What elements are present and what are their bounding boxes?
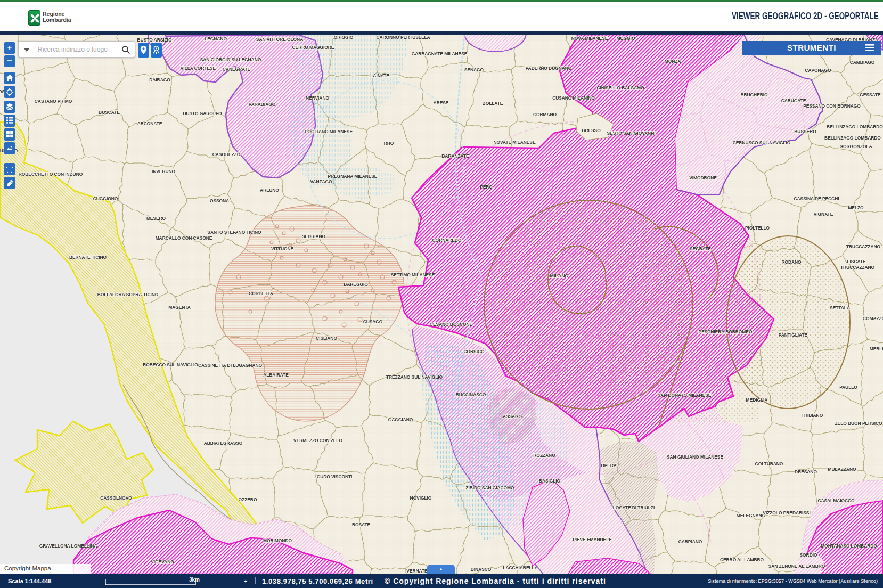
svg-text:VERMEZZO CON ZELO: VERMEZZO CON ZELO xyxy=(293,438,342,443)
svg-text:CARONNO PERTUSELLA: CARONNO PERTUSELLA xyxy=(376,35,430,40)
svg-text:MUGGIO: MUGGIO xyxy=(617,36,635,41)
svg-text:MELEGNANO: MELEGNANO xyxy=(737,513,766,518)
svg-text:SEGRATE: SEGRATE xyxy=(690,246,711,251)
svg-text:NOVA MILANESE: NOVA MILANESE xyxy=(571,36,608,41)
svg-text:PESSANO CON BORNAGO: PESSANO CON BORNAGO xyxy=(803,103,861,109)
svg-text:BELLINZAGO LOMBARDO: BELLINZAGO LOMBARDO xyxy=(824,135,881,141)
svg-text:GAGGIANO: GAGGIANO xyxy=(388,417,413,422)
svg-text:VITTUONE: VITTUONE xyxy=(271,246,294,251)
svg-text:PAULLO: PAULLO xyxy=(839,385,857,390)
svg-text:VERNATE: VERNATE xyxy=(406,568,428,574)
svg-text:TRIBIANO: TRIBIANO xyxy=(802,413,823,418)
svg-text:MONTANASO LOMBARDO: MONTANASO LOMBARDO xyxy=(821,543,877,549)
svg-text:ROSATE: ROSATE xyxy=(352,522,371,527)
svg-text:OPERA: OPERA xyxy=(601,463,617,468)
svg-text:CUGGIONO: CUGGIONO xyxy=(93,196,118,201)
svg-text:NOVIGLIO: NOVIGLIO xyxy=(410,495,432,501)
svg-text:PREGNANA MILANESE: PREGNANA MILANESE xyxy=(328,174,378,179)
svg-text:LOCATE DI TRIULZI: LOCATE DI TRIULZI xyxy=(613,505,655,510)
svg-text:SORDIO: SORDIO xyxy=(800,552,817,558)
svg-text:CORBETTA: CORBETTA xyxy=(249,291,273,296)
svg-text:CARPIANO: CARPIANO xyxy=(678,539,702,544)
svg-text:CORSICO: CORSICO xyxy=(464,349,485,354)
svg-text:DRESANO: DRESANO xyxy=(795,469,817,475)
svg-text:VIMODRONE: VIMODRONE xyxy=(689,175,717,181)
svg-text:ARESE: ARESE xyxy=(434,100,449,105)
svg-text:BUSSERO: BUSSERO xyxy=(794,129,816,134)
svg-text:CERNUSCO SUL NAVIGLIO: CERNUSCO SUL NAVIGLIO xyxy=(733,140,791,145)
svg-text:CAPONAGO: CAPONAGO xyxy=(805,68,831,73)
svg-text:ROBECCHETTO CON INDUNO: ROBECCHETTO CON INDUNO xyxy=(19,172,83,177)
svg-text:CASSOLNOVO: CASSOLNOVO xyxy=(100,495,132,501)
svg-text:MARCALLO CON CASONE: MARCALLO CON CASONE xyxy=(156,235,212,241)
svg-text:PANTIGLIATE: PANTIGLIATE xyxy=(779,332,808,338)
svg-text:POGLIANO MILANESE: POGLIANO MILANESE xyxy=(305,129,353,134)
svg-text:NOVATE MILANESE: NOVATE MILANESE xyxy=(494,140,536,145)
svg-text:SEDRIANO: SEDRIANO xyxy=(302,234,326,239)
svg-text:PADERNO DUGNANO: PADERNO DUGNANO xyxy=(526,66,572,71)
svg-text:BAREGGIO: BAREGGIO xyxy=(344,282,368,287)
svg-text:CORMANO: CORMANO xyxy=(533,112,557,117)
svg-text:GORGONZOLA: GORGONZOLA xyxy=(840,144,872,149)
svg-text:ROBECCO SUL NAVIGLIO: ROBECCO SUL NAVIGLIO xyxy=(143,362,198,368)
svg-text:GESSATE: GESSATE xyxy=(860,92,881,97)
svg-text:BUCCINASCO: BUCCINASCO xyxy=(456,392,486,397)
svg-text:TRUCCAZZANO: TRUCCAZZANO xyxy=(846,244,881,249)
svg-text:COMAZZO: COMAZZO xyxy=(863,316,883,321)
svg-text:BINASCO: BINASCO xyxy=(471,567,492,572)
svg-text:VIGNATE: VIGNATE xyxy=(814,211,833,217)
svg-text:PERO: PERO xyxy=(480,184,493,190)
svg-text:CESANO BOSCONE: CESANO BOSCONE xyxy=(430,322,473,327)
svg-text:MESERO: MESERO xyxy=(146,216,166,221)
svg-text:MILANO: MILANO xyxy=(550,273,569,279)
svg-text:ABBIATEGRASSO: ABBIATEGRASSO xyxy=(204,440,243,446)
svg-text:BRUGHERIO: BRUGHERIO xyxy=(740,92,768,97)
svg-text:MEDIGLIA: MEDIGLIA xyxy=(746,397,768,403)
svg-text:CUSANO MILANINO: CUSANO MILANINO xyxy=(552,95,595,101)
svg-text:ZELO BUON PERSICO: ZELO BUON PERSICO xyxy=(835,421,882,426)
svg-text:CASSINETTA DI LUGAGNANO: CASSINETTA DI LUGAGNANO xyxy=(198,363,262,368)
svg-text:SANTO STEFANO TICINO: SANTO STEFANO TICINO xyxy=(207,230,261,235)
svg-text:GARBAGNATE MILANESE: GARBAGNATE MILANESE xyxy=(412,51,468,56)
svg-text:SAN ZENONE AL LAMBRO: SAN ZENONE AL LAMBRO xyxy=(768,564,825,569)
svg-text:CASALMAIOCCO: CASALMAIOCCO xyxy=(817,498,855,503)
svg-text:MONZA: MONZA xyxy=(665,59,681,64)
svg-text:SETTIMO MILANESE: SETTIMO MILANESE xyxy=(391,272,435,277)
svg-text:VIGEVANO: VIGEVANO xyxy=(151,559,174,565)
svg-text:INVERUNO: INVERUNO xyxy=(152,169,176,174)
svg-text:MELZO: MELZO xyxy=(848,205,864,210)
svg-text:3km: 3km xyxy=(189,577,200,583)
svg-text:BUSCATE: BUSCATE xyxy=(99,110,120,115)
svg-text:NERVIANO: NERVIANO xyxy=(306,95,329,101)
svg-text:CAMBIAGO: CAMBIAGO xyxy=(850,60,875,65)
svg-text:BARANZATE: BARANZATE xyxy=(442,153,469,159)
svg-text:ZIBIDO SAN GIACOMO: ZIBIDO SAN GIACOMO xyxy=(465,485,514,491)
svg-text:PIOLTELLO: PIOLTELLO xyxy=(745,225,770,231)
svg-text:PIEVE EMANUELE: PIEVE EMANUELE xyxy=(573,537,612,542)
svg-text:VANZAGO: VANZAGO xyxy=(310,179,332,184)
svg-text:PESCHIERA BORROMEO: PESCHIERA BORROMEO xyxy=(699,329,753,334)
svg-text:BASIGLIO: BASIGLIO xyxy=(539,478,561,484)
svg-text:RHO: RHO xyxy=(384,141,394,146)
svg-text:SAN GIORGIO SU LEGNANO: SAN GIORGIO SU LEGNANO xyxy=(200,57,261,62)
svg-text:MAGENTA: MAGENTA xyxy=(168,305,191,310)
svg-text:SETTALA: SETTALA xyxy=(830,305,850,311)
svg-text:CERRO AL LAMBRO: CERRO AL LAMBRO xyxy=(720,557,764,562)
svg-text:TRUCCAZZANO: TRUCCAZZANO xyxy=(840,265,875,270)
svg-text:BELLINZAGO LOMBARDO: BELLINZAGO LOMBARDO xyxy=(827,124,883,129)
svg-text:CUSAGO: CUSAGO xyxy=(363,319,383,324)
svg-text:BOLLATE: BOLLATE xyxy=(483,101,503,106)
svg-text:BUSTO GAROLFO: BUSTO GAROLFO xyxy=(183,111,222,116)
svg-text:MORIMONDO: MORIMONDO xyxy=(263,538,292,543)
svg-text:CANEGRATE: CANEGRATE xyxy=(223,67,251,72)
svg-text:RODANO: RODANO xyxy=(781,259,802,265)
svg-text:MULAZZANO: MULAZZANO xyxy=(828,467,856,472)
svg-text:BOFFALORA SOPRA-TICINO: BOFFALORA SOPRA-TICINO xyxy=(97,292,159,297)
svg-text:LACCHIARELLA: LACCHIARELLA xyxy=(503,565,537,570)
svg-text:CINISELLO BALSAMO: CINISELLO BALSAMO xyxy=(597,85,644,91)
svg-text:ARCONATE: ARCONATE xyxy=(137,121,162,126)
svg-text:MERLINO: MERLINO xyxy=(870,346,883,352)
svg-text:LEGNANO: LEGNANO xyxy=(205,36,227,42)
svg-text:BERNATE TICINO: BERNATE TICINO xyxy=(69,255,107,260)
svg-text:PARABIAGO: PARABIAGO xyxy=(249,102,276,107)
